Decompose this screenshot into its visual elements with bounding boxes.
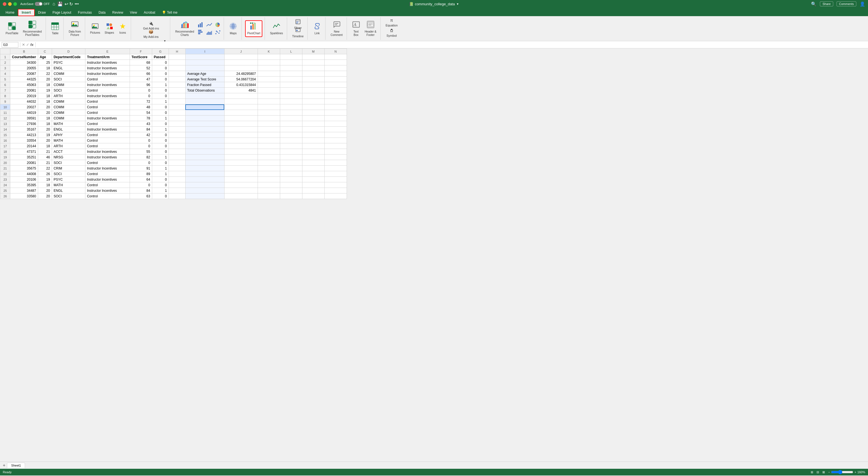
cell-M23[interactable]	[302, 177, 324, 182]
cell-M11[interactable]	[302, 110, 324, 116]
cell-D14[interactable]: ENGL	[52, 127, 85, 132]
cell-B14[interactable]: 35167	[10, 127, 38, 132]
cell-D5[interactable]: SOCI	[52, 77, 85, 82]
cell-B2[interactable]: 34300	[10, 60, 38, 65]
cell-M2[interactable]	[302, 60, 324, 65]
cell-N3[interactable]	[324, 65, 347, 71]
cell-N16[interactable]	[324, 138, 347, 143]
cell-G23[interactable]: 0	[152, 177, 168, 182]
cell-B4[interactable]: 20087	[10, 71, 38, 77]
cell-B15[interactable]: 44213	[10, 132, 38, 138]
cell-K3[interactable]	[258, 65, 280, 71]
my-addins-button[interactable]: 📦 My Add-ins ▼	[134, 29, 168, 37]
cell-L11[interactable]	[280, 110, 302, 116]
column-chart-button[interactable]	[197, 21, 205, 28]
cell-I6[interactable]: Fraction Passed	[185, 82, 224, 88]
cell-B16[interactable]: 33554	[10, 138, 38, 143]
tab-home[interactable]: Home	[2, 9, 18, 16]
cell-B6[interactable]: 45063	[10, 82, 38, 88]
cell-F10[interactable]: 48	[130, 105, 152, 110]
cell-C18[interactable]: 21	[38, 149, 52, 154]
cell-J24[interactable]	[224, 182, 258, 188]
cell-K21[interactable]	[258, 166, 280, 171]
cell-F21[interactable]: 91	[130, 166, 152, 171]
cell-L14[interactable]	[280, 127, 302, 132]
cell-B23[interactable]: 20106	[10, 177, 38, 182]
cell-J1[interactable]	[224, 54, 258, 60]
cell-C4[interactable]: 22	[38, 71, 52, 77]
icons-button[interactable]: Icons	[117, 20, 128, 37]
cell-L23[interactable]	[280, 177, 302, 182]
cell-H9[interactable]	[168, 99, 185, 105]
cell-C24[interactable]: 18	[38, 182, 52, 188]
view-pagebreak-icon[interactable]: ⊠	[823, 470, 825, 474]
cell-E17[interactable]: Control	[85, 143, 130, 149]
cell-B17[interactable]: 20144	[10, 143, 38, 149]
cell-E9[interactable]: Control	[85, 99, 130, 105]
cell-I20[interactable]	[185, 160, 224, 166]
cell-E18[interactable]: Instructor Incentives	[85, 149, 130, 154]
cell-E23[interactable]: Instructor Incentives	[85, 177, 130, 182]
col-header-H[interactable]: H	[168, 49, 185, 54]
cell-B18[interactable]: 47371	[10, 149, 38, 154]
pictures-button[interactable]: Pictures	[89, 20, 102, 37]
cell-K18[interactable]	[258, 149, 280, 154]
col-header-J[interactable]: J	[224, 49, 258, 54]
cell-E6[interactable]: Instructor Incentives	[85, 82, 130, 88]
cell-L6[interactable]	[280, 82, 302, 88]
cell-I15[interactable]	[185, 132, 224, 138]
cell-J9[interactable]	[224, 99, 258, 105]
cell-M21[interactable]	[302, 166, 324, 171]
cell-H11[interactable]	[168, 110, 185, 116]
cell-I7[interactable]: Total Observations	[185, 88, 224, 93]
cell-M1[interactable]	[302, 54, 324, 60]
cell-H24[interactable]	[168, 182, 185, 188]
cell-C1[interactable]: Age	[38, 54, 52, 60]
new-comment-button[interactable]: NewComment	[329, 20, 344, 37]
cell-E11[interactable]: Control	[85, 110, 130, 116]
cell-I22[interactable]	[185, 171, 224, 177]
cell-M25[interactable]	[302, 188, 324, 194]
cell-N9[interactable]	[324, 99, 347, 105]
cell-B24[interactable]: 35395	[10, 182, 38, 188]
cell-H20[interactable]	[168, 160, 185, 166]
cell-J25[interactable]	[224, 188, 258, 194]
cell-F13[interactable]: 43	[130, 121, 152, 127]
cell-C2[interactable]: 25	[38, 60, 52, 65]
slicer-button[interactable]: Slicer	[292, 21, 304, 28]
cell-L4[interactable]	[280, 71, 302, 77]
cell-G5[interactable]: 0	[152, 77, 168, 82]
cell-K9[interactable]	[258, 99, 280, 105]
timeline-button[interactable]: Timeline	[290, 29, 305, 37]
cell-D18[interactable]: ACCT	[52, 149, 85, 154]
cell-K13[interactable]	[258, 121, 280, 127]
cancel-formula-icon[interactable]: ✕	[22, 42, 25, 47]
pivot-chart-button[interactable]: PivotChart	[245, 20, 262, 37]
cell-K11[interactable]	[258, 110, 280, 116]
cell-K4[interactable]	[258, 71, 280, 77]
col-header-C[interactable]: C	[38, 49, 52, 54]
cell-G15[interactable]: 0	[152, 132, 168, 138]
symbol-button[interactable]: Ω Symbol	[385, 29, 398, 37]
view-normal-icon[interactable]: ⊞	[811, 470, 813, 474]
cell-H8[interactable]	[168, 93, 185, 99]
cell-H6[interactable]	[168, 82, 185, 88]
tab-data[interactable]: Data	[95, 9, 109, 16]
cell-F26[interactable]: 63	[130, 194, 152, 199]
table-button[interactable]: Table	[49, 20, 61, 37]
cell-H1[interactable]	[168, 54, 185, 60]
cell-J3[interactable]	[224, 65, 258, 71]
cell-G26[interactable]: 0	[152, 194, 168, 199]
cell-K10[interactable]	[258, 105, 280, 110]
cell-L9[interactable]	[280, 99, 302, 105]
cell-I11[interactable]	[185, 110, 224, 116]
cell-K14[interactable]	[258, 127, 280, 132]
cell-E12[interactable]: Instructor Incentives	[85, 116, 130, 121]
cell-H19[interactable]	[168, 154, 185, 160]
data-from-picture-button[interactable]: Data fromPicture	[67, 20, 83, 37]
cell-G2[interactable]: 0	[152, 60, 168, 65]
col-header-K[interactable]: K	[258, 49, 280, 54]
cell-F14[interactable]: 84	[130, 127, 152, 132]
cell-F12[interactable]: 78	[130, 116, 152, 121]
cell-D13[interactable]: MATH	[52, 121, 85, 127]
